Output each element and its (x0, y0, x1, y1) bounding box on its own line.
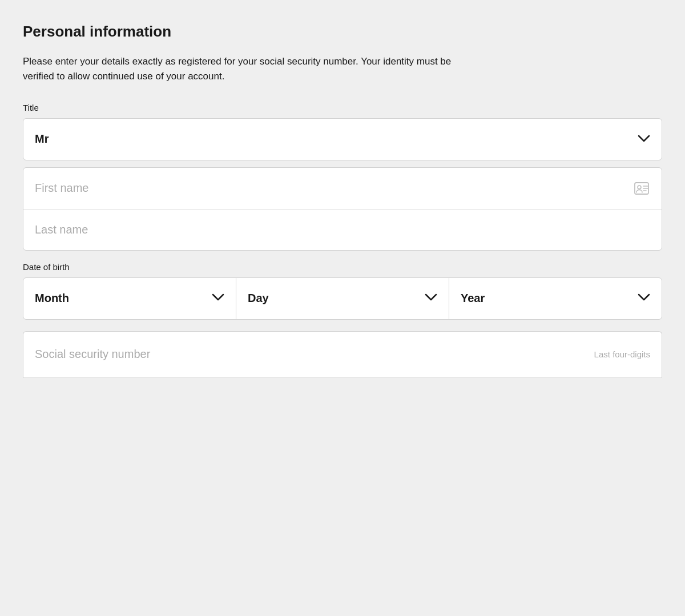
day-chevron-icon (425, 293, 437, 304)
id-card-icon (633, 181, 650, 196)
year-chevron-icon (638, 293, 650, 304)
title-select-card[interactable]: Mr (23, 118, 662, 160)
description-text: Please enter your details exactly as reg… (23, 54, 468, 84)
title-selected-value: Mr (35, 132, 638, 146)
day-value: Day (248, 292, 425, 305)
page-container: Personal information Please enter your d… (0, 0, 685, 616)
title-section: Title Mr (23, 103, 662, 160)
dob-card: Month Day Year (23, 277, 662, 320)
ssn-inner[interactable]: Social security number Last four-digits (23, 332, 662, 377)
last-name-placeholder: Last name (35, 223, 650, 236)
dob-label: Date of birth (23, 262, 662, 272)
month-value: Month (35, 292, 212, 305)
page-title: Personal information (23, 23, 662, 41)
month-select[interactable]: Month (23, 278, 236, 319)
month-chevron-icon (212, 293, 224, 304)
title-chevron-icon (638, 132, 650, 146)
year-select[interactable]: Year (449, 278, 662, 319)
title-select-inner[interactable]: Mr (23, 119, 662, 160)
ssn-placeholder: Social security number (35, 348, 594, 361)
ssn-hint: Last four-digits (594, 349, 650, 359)
first-name-placeholder: First name (35, 182, 633, 195)
day-select[interactable]: Day (236, 278, 449, 319)
svg-point-1 (638, 186, 641, 189)
title-label: Title (23, 103, 662, 112)
ssn-card[interactable]: Social security number Last four-digits (23, 331, 662, 378)
name-fields-card: First name Last name (23, 167, 662, 251)
year-value: Year (461, 292, 638, 305)
first-name-row[interactable]: First name (23, 168, 662, 209)
last-name-row[interactable]: Last name (23, 209, 662, 250)
